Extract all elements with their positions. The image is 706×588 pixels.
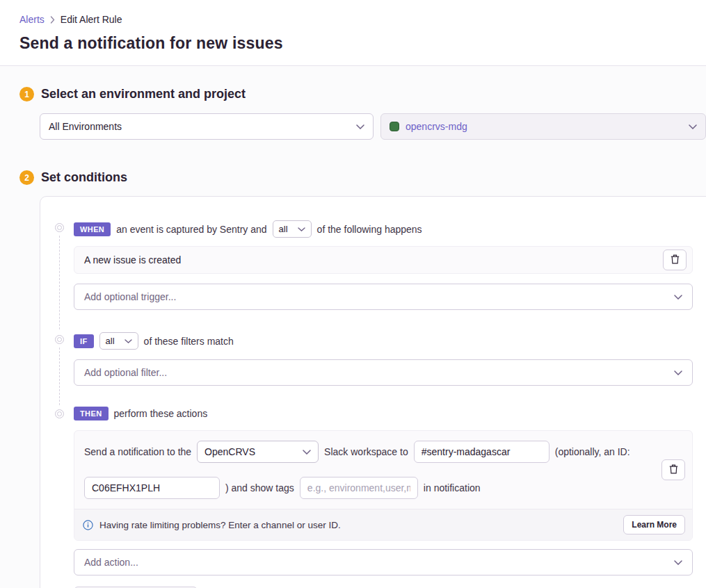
then-section: THEN perform these actions Send a notifi…: [74, 407, 693, 588]
when-badge: WHEN: [74, 222, 111, 236]
step2-heading: 2 Set conditions: [19, 170, 706, 185]
learn-more-button[interactable]: Learn More: [623, 515, 685, 534]
environment-project-row: All Environments opencrvs-mdg: [40, 113, 706, 140]
step1-number-badge: 1: [19, 87, 34, 101]
project-select[interactable]: opencrvs-mdg: [380, 113, 706, 140]
delete-trigger-button[interactable]: [663, 250, 687, 270]
environment-select-value: All Environments: [49, 121, 122, 132]
channel-id-input[interactable]: [84, 477, 220, 499]
slack-action-box: Send a notification to the OpenCRVS Slac…: [74, 430, 693, 541]
slack-action-form: Send a notification to the OpenCRVS Slac…: [84, 441, 661, 499]
trash-icon: [669, 464, 678, 476]
step1-title: Select an environment and project: [41, 87, 246, 101]
add-optional-filter-select[interactable]: Add optional filter...: [74, 359, 693, 386]
project-select-value-wrap: opencrvs-mdg: [390, 121, 467, 132]
when-text-before: an event is captured by Sentry and: [116, 224, 266, 235]
if-section: IF all of these filters match Add option…: [74, 332, 693, 386]
breadcrumb-alerts-link[interactable]: Alerts: [19, 14, 45, 25]
chevron-down-icon: [674, 295, 682, 300]
add-optional-trigger-select[interactable]: Add optional trigger...: [74, 284, 693, 310]
chevron-down-icon: [125, 339, 132, 343]
rate-limit-info-text: Having rate limiting problems? Enter a c…: [99, 520, 341, 530]
then-text-after: perform these actions: [114, 408, 208, 419]
step1-heading: 1 Select an environment and project: [19, 87, 706, 101]
if-text-after: of these filters match: [144, 336, 234, 347]
delete-action-button[interactable]: [661, 459, 685, 480]
project-select-value: opencrvs-mdg: [406, 121, 467, 132]
add-action-placeholder: Add action...: [84, 557, 138, 568]
chevron-right-icon: [50, 16, 55, 24]
info-icon: [83, 520, 93, 530]
slack-channel-input[interactable]: [414, 441, 549, 463]
when-section: WHEN an event is captured by Sentry and …: [74, 220, 693, 310]
chevron-down-icon: [674, 370, 682, 375]
if-row: IF all of these filters match: [74, 332, 693, 350]
when-row: WHEN an event is captured by Sentry and …: [74, 220, 693, 238]
environment-select[interactable]: All Environments: [40, 113, 374, 140]
tags-input[interactable]: [300, 477, 418, 499]
if-match-value: all: [106, 336, 115, 346]
chevron-down-icon: [689, 124, 697, 129]
rate-limit-info-bar: Having rate limiting problems? Enter a c…: [74, 509, 692, 540]
project-platform-icon: [390, 122, 399, 131]
conditions-panel: WHEN an event is captured by Sentry and …: [40, 196, 706, 588]
step2-number-badge: 2: [19, 170, 34, 185]
when-match-value: all: [279, 224, 288, 234]
then-row: THEN perform these actions: [74, 407, 693, 420]
when-match-select[interactable]: all: [273, 220, 312, 238]
chevron-down-icon: [356, 124, 364, 129]
step-connector-icon: [55, 335, 64, 344]
action-text-1: Send a notification to the: [84, 446, 191, 457]
step-connector-icon: [55, 409, 64, 418]
breadcrumb-current: Edit Alert Rule: [61, 14, 122, 25]
step-connector-icon: [55, 223, 64, 232]
add-action-select[interactable]: Add action...: [74, 549, 693, 575]
trash-icon: [671, 254, 680, 266]
main-content: 1 Select an environment and project All …: [0, 66, 706, 588]
workspace-select-value: OpenCRVS: [204, 446, 255, 457]
when-text-after: of the following happens: [317, 224, 422, 235]
if-badge: IF: [74, 334, 94, 348]
action-text-4: ) and show tags: [225, 482, 294, 493]
trigger-condition-label: A new issue is created: [84, 254, 181, 266]
step2-title: Set conditions: [41, 170, 127, 185]
trigger-condition-row: A new issue is created: [74, 246, 693, 274]
add-optional-trigger-placeholder: Add optional trigger...: [84, 291, 176, 302]
page-header: Alerts Edit Alert Rule Send a notificati…: [0, 0, 706, 66]
chevron-down-icon: [674, 560, 682, 565]
if-match-select[interactable]: all: [99, 332, 138, 350]
slack-action-main: Send a notification to the OpenCRVS Slac…: [74, 431, 692, 509]
then-badge: THEN: [74, 407, 109, 420]
connector-dashed-line: [59, 348, 60, 405]
page-title: Send a notification for new issues: [19, 34, 687, 53]
breadcrumb: Alerts Edit Alert Rule: [19, 14, 687, 25]
add-optional-filter-placeholder: Add optional filter...: [84, 367, 167, 378]
workspace-select[interactable]: OpenCRVS: [197, 441, 319, 463]
action-text-3: (optionally, an ID:: [555, 446, 630, 457]
action-text-2: Slack workspace to: [324, 446, 408, 457]
connector-dashed-line: [59, 236, 60, 329]
chevron-down-icon: [298, 227, 305, 231]
action-text-5: in notification: [424, 482, 481, 493]
chevron-down-icon: [303, 450, 311, 455]
